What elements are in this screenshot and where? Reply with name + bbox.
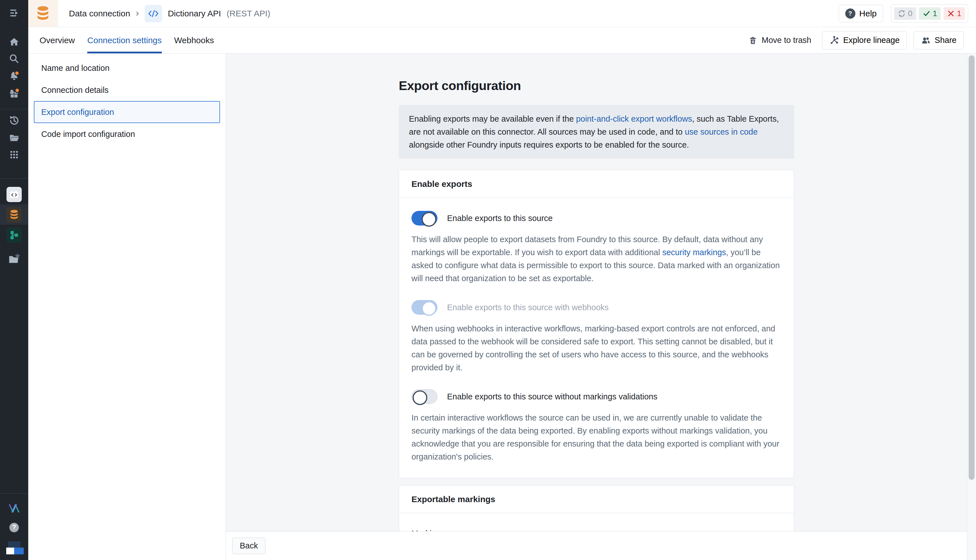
home-icon[interactable] [8,36,20,47]
trash-icon [748,35,758,45]
rail-divider [0,493,28,494]
topbar: Data connection › Dictionary API (REST A… [28,0,976,27]
card-header: Enable exports [399,170,794,198]
scrollbar-thumb[interactable] [969,55,974,480]
nav-item-name-and-location[interactable]: Name and location [34,57,220,79]
help-icon[interactable]: ? [8,522,20,533]
menu-open-icon[interactable] [8,7,20,18]
pipelines-icon[interactable] [7,228,22,243]
connection-settings-nav: Name and location Connection details Exp… [28,53,226,560]
toggle-label: Enable exports to this source [447,214,553,223]
explore-lineage-button[interactable]: Explore lineage [822,31,907,49]
toggle-description: When using webhooks in interactive workf… [412,322,781,374]
checks-failed-badge[interactable]: 1 [944,7,965,20]
search-icon[interactable] [8,53,20,64]
card-header: Exportable markings [399,485,794,513]
workspace-flag-avatar[interactable] [5,542,23,554]
toggle-description: In certain interactive workflows the sou… [412,411,781,463]
data-connection-icon[interactable] [7,207,22,222]
lineage-icon [829,35,839,45]
toggle-switch[interactable] [412,211,437,225]
breadcrumb-entity-type: (REST API) [227,9,270,18]
toggle-enable-exports-no-markings-validation: Enable exports to this source without ma… [412,389,781,404]
svg-text:?: ? [12,523,16,531]
topbar-right: ? Help 0 1 1 [839,5,976,23]
toggle-label: Enable exports to this source with webho… [447,303,609,312]
back-button[interactable]: Back [232,538,265,554]
toggle-enable-exports: Enable exports to this source [412,211,781,225]
export-info-callout: Enabling exports may be available even i… [399,105,794,158]
vertical-scrollbar[interactable] [967,53,976,560]
breadcrumb: Data connection › Dictionary API (REST A… [58,5,270,22]
share-button[interactable]: Share [914,31,964,49]
toggle-label: Enable exports to this source without ma… [447,392,657,402]
help-label: Help [859,9,877,18]
app-window: ? Data connection › Dictionary API (REST… [0,0,976,560]
notifications-icon[interactable] [8,70,20,82]
checks-pending-badge[interactable]: 0 [894,7,916,20]
nav-item-connection-details[interactable]: Connection details [34,79,220,101]
gifts-icon[interactable] [8,87,20,99]
check-icon [923,10,931,18]
enable-exports-card: Enable exports Enable exports to this so… [399,170,794,478]
tabs: Overview Connection settings Webhooks [28,27,214,53]
tab-connection-settings[interactable]: Connection settings [87,27,162,53]
toggle-switch[interactable] [412,300,437,315]
move-to-trash-button[interactable]: Move to trash [748,35,811,45]
footer-bar: Back [226,531,967,560]
chevron-right-icon: › [136,7,139,18]
projects-folder-icon[interactable] [8,132,20,143]
checks-badge-group[interactable]: 0 1 1 [891,5,968,23]
nav-item-code-import-configuration[interactable]: Code import configuration [34,123,220,145]
code-repositories-icon[interactable] [7,187,22,202]
breadcrumb-app[interactable]: Data connection [69,9,130,18]
scroll-pane: Export configuration Enabling exports ma… [226,53,967,560]
data-connection-logo[interactable] [28,0,58,27]
history-icon[interactable] [8,115,20,127]
question-mark-icon: ? [845,8,856,18]
sync-icon [898,10,906,18]
checks-passed-badge[interactable]: 1 [919,7,941,20]
favorites-folder-icon[interactable] [7,252,21,265]
aip-icon[interactable] [7,502,21,515]
toggle-switch[interactable] [412,389,437,404]
tab-webhooks[interactable]: Webhooks [174,27,214,53]
help-button[interactable]: ? Help [839,5,883,22]
rail-divider [0,178,28,179]
rest-api-source-icon [145,5,162,22]
app-rail: ? [0,0,28,560]
main-content: Export configuration Enabling exports ma… [226,53,976,560]
apps-grid-icon[interactable] [8,149,20,160]
breadcrumb-entity[interactable]: Dictionary API [168,9,221,18]
tabs-actions: Move to trash Explore lineage Share [748,27,976,53]
rail-divider [0,109,28,109]
people-icon [921,35,931,45]
page-title: Export configuration [399,78,794,93]
toggle-description: This will allow people to export dataset… [412,233,781,285]
cross-icon [947,10,954,17]
tabs-bar: Overview Connection settings Webhooks Mo… [28,27,976,53]
nav-item-export-configuration[interactable]: Export configuration [34,101,220,123]
tab-overview[interactable]: Overview [40,27,75,53]
toggle-enable-exports-webhooks: Enable exports to this source with webho… [412,300,781,315]
